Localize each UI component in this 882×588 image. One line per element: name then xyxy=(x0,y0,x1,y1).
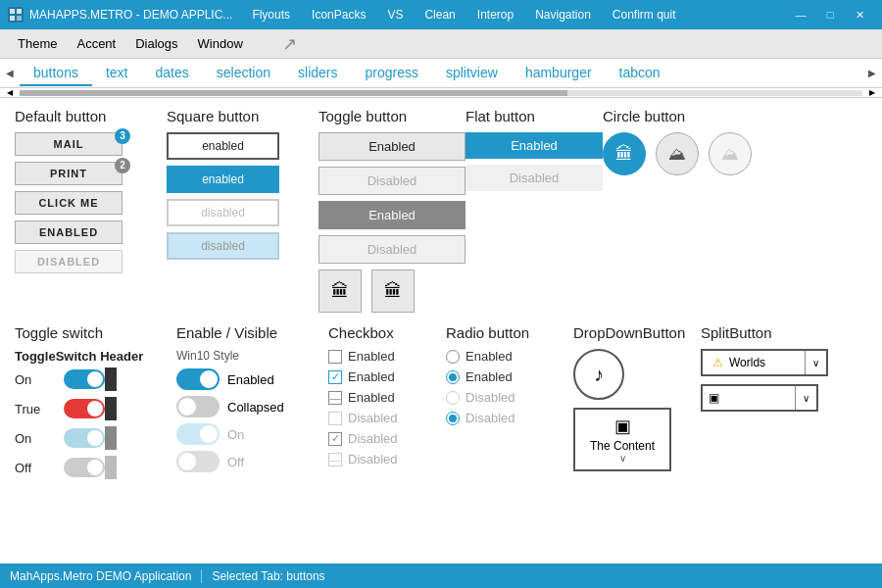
tab-dates[interactable]: dates xyxy=(142,61,203,86)
toggle-label-off-light: On xyxy=(15,431,54,446)
split-btn-label: Worlds xyxy=(729,356,765,369)
tab-buttons[interactable]: buttons xyxy=(20,61,92,86)
toggle-disabled1: Disabled xyxy=(318,167,466,195)
toggle-enabled1[interactable]: Enabled xyxy=(318,132,466,161)
toggle-button-section: Toggle button Enabled Disabled Enabled D… xyxy=(318,108,466,313)
radio-button-section: Radio button Enabled Enabled Disabled xyxy=(446,324,573,481)
tab-selection[interactable]: selection xyxy=(203,61,284,86)
close-button[interactable]: ✕ xyxy=(845,0,874,29)
win10-collapsed-row: Collapsed xyxy=(176,396,328,417)
print-badge: 2 xyxy=(115,158,130,173)
cb-row-4: ✓ Disabled xyxy=(328,431,446,446)
menu-theme[interactable]: Theme xyxy=(8,32,67,55)
tab-progress[interactable]: progress xyxy=(352,61,432,86)
menu-dialogs[interactable]: Dialogs xyxy=(125,32,187,55)
radio-dot-1 xyxy=(449,373,457,381)
menu-window[interactable]: Window xyxy=(188,32,253,55)
nav-iconpacks[interactable]: IconPacks xyxy=(302,4,375,25)
scroll-track[interactable] xyxy=(20,90,862,96)
radio-label-1: Enabled xyxy=(466,369,513,384)
circle-btn-normal[interactable]: ⛰ xyxy=(656,132,699,175)
nav-interop[interactable]: Interop xyxy=(467,4,523,25)
scroll-left-arrow[interactable]: ◀ xyxy=(0,88,20,98)
radio-row-0: Enabled xyxy=(446,349,573,364)
checkbox-section: Checkbox Enabled ✓ Enabled — Enabled Dis… xyxy=(328,324,446,481)
switch-track-on-red[interactable] xyxy=(64,399,105,418)
toggle-active[interactable]: Enabled xyxy=(318,201,466,229)
toggle-button-title: Toggle button xyxy=(318,108,466,124)
toggle-label-off: Off xyxy=(15,461,54,475)
split-btn-icon-main: ▣ xyxy=(703,386,795,410)
nav-vs[interactable]: VS xyxy=(377,4,413,25)
toggle-off-control[interactable] xyxy=(64,456,117,479)
circle-music-button[interactable]: ♪ xyxy=(573,349,624,400)
tab-bar-container: ◀ buttons text dates selection sliders p… xyxy=(0,59,882,88)
radio-0[interactable] xyxy=(446,350,460,364)
nav-confirm-quit[interactable]: Confirm quit xyxy=(603,4,686,25)
horizontal-scrollbar[interactable]: ◀ ▶ xyxy=(0,88,882,98)
toggle-switch-group: On True xyxy=(15,368,176,481)
switch-knob xyxy=(105,368,117,391)
mail-button[interactable]: MAIL xyxy=(15,132,122,156)
split-btn-icon-arrow[interactable]: ∨ xyxy=(795,386,816,410)
tab-text[interactable]: text xyxy=(92,61,142,86)
tab-tabcon[interactable]: tabcon xyxy=(606,61,674,86)
toggle-button-group: Enabled Disabled Enabled Disabled xyxy=(318,132,466,264)
toggle-off-light-control[interactable] xyxy=(64,426,117,450)
cb-0[interactable] xyxy=(328,350,342,364)
toggle-label-on: On xyxy=(15,372,54,387)
minimize-button[interactable]: — xyxy=(786,0,815,29)
tab-hamburger[interactable]: hamburger xyxy=(512,61,606,86)
square-active-btn[interactable]: enabled xyxy=(167,166,279,193)
dropdown-button-title: DropDownButton xyxy=(573,324,701,341)
toggle-on-control[interactable] xyxy=(64,368,117,391)
maximize-button[interactable]: □ xyxy=(815,0,845,29)
dropdown-content-button[interactable]: ▣ The Content ∨ xyxy=(573,408,671,471)
cb-label-1: Enabled xyxy=(348,369,395,384)
toggle-icon-btn1[interactable]: 🏛 xyxy=(318,270,362,313)
menu-accent[interactable]: Accent xyxy=(67,32,125,55)
win10-style-label: Win10 Style xyxy=(176,349,328,363)
title-bar-left: MAHAPPS.METRO - DEMO APPLIC... xyxy=(8,7,232,23)
click-me-button[interactable]: CLICK ME xyxy=(15,191,122,215)
mail-badge: 3 xyxy=(115,128,130,144)
nav-flyouts[interactable]: Flyouts xyxy=(242,4,300,25)
toggle-icon-btn2[interactable]: 🏛 xyxy=(371,270,415,313)
tab-scroll-right[interactable]: ▶ xyxy=(862,59,882,88)
status-separator xyxy=(201,569,202,583)
flat-enabled[interactable]: Enabled xyxy=(466,132,603,159)
radio-3 xyxy=(446,412,460,425)
circle-btn-active[interactable]: 🏛 xyxy=(603,132,646,175)
square-enabled-btn[interactable]: enabled xyxy=(167,132,279,160)
radio-1[interactable] xyxy=(446,370,460,384)
cb-label-4: Disabled xyxy=(348,431,398,446)
switch-track-off-light[interactable] xyxy=(64,428,105,448)
split-button-worlds[interactable]: ⚠ Worlds ∨ xyxy=(701,349,828,376)
cb-label-0: Enabled xyxy=(348,349,395,364)
enabled-button[interactable]: ENABLED xyxy=(15,220,122,244)
nav-navigation[interactable]: Navigation xyxy=(525,4,601,25)
radio-row-3: Disabled xyxy=(446,411,573,425)
square-disabled-btn: disabled xyxy=(167,199,279,226)
tab-sliders[interactable]: sliders xyxy=(284,61,351,86)
circle-btn-disabled: ⛰ xyxy=(709,132,752,175)
win10-switch-collapsed[interactable] xyxy=(176,396,220,417)
tab-splitview[interactable]: splitview xyxy=(432,61,512,86)
cb-row-1: ✓ Enabled xyxy=(328,369,446,384)
tab-scroll-left[interactable]: ◀ xyxy=(0,59,20,88)
status-bar: MahApps.Metro DEMO Application Selected … xyxy=(0,564,882,588)
cb-2[interactable]: — xyxy=(328,391,342,405)
disabled-button: DISABLED xyxy=(15,250,122,273)
switch-track-off[interactable] xyxy=(64,458,105,477)
nav-clean[interactable]: Clean xyxy=(415,4,465,25)
dropdown-arrow-icon: ∨ xyxy=(619,453,626,464)
win10-switch-enabled[interactable] xyxy=(176,368,220,390)
switch-track-on-blue[interactable] xyxy=(64,369,105,389)
cb-1[interactable]: ✓ xyxy=(328,370,342,384)
print-button[interactable]: PRINT xyxy=(15,162,122,185)
split-button-icon[interactable]: ▣ ∨ xyxy=(701,384,818,412)
radio-dot-3 xyxy=(449,415,457,422)
split-btn-arrow[interactable]: ∨ xyxy=(805,351,826,374)
toggle-true-control[interactable] xyxy=(64,397,117,420)
scroll-right-arrow[interactable]: ▶ xyxy=(862,88,882,98)
